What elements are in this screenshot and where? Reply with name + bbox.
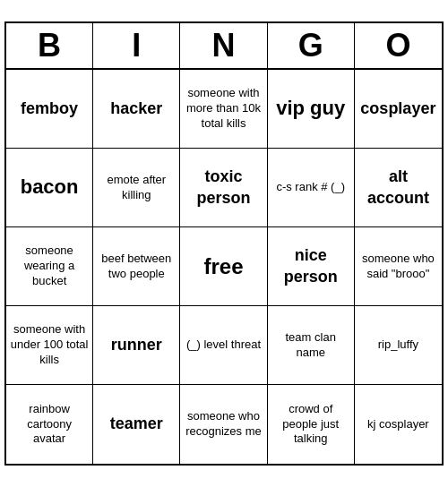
- bingo-cell-2[interactable]: someone with more than 10k total kills: [180, 70, 267, 149]
- bingo-cell-3[interactable]: vip guy: [268, 70, 355, 149]
- bingo-cell-10[interactable]: someone wearing a bucket: [6, 227, 93, 306]
- bingo-cell-9[interactable]: alt account: [355, 149, 442, 227]
- bingo-header: B I N G O: [6, 23, 442, 70]
- header-i: I: [93, 23, 180, 68]
- bingo-cell-0[interactable]: femboy: [6, 70, 93, 149]
- bingo-cell-18[interactable]: team clan name: [268, 306, 355, 385]
- bingo-cell-16[interactable]: runner: [93, 306, 180, 385]
- bingo-cell-13[interactable]: nice person: [268, 227, 355, 306]
- bingo-grid: femboyhackersomeone with more than 10k t…: [6, 70, 442, 464]
- header-o: O: [355, 23, 442, 68]
- bingo-cell-21[interactable]: teamer: [93, 385, 180, 464]
- bingo-cell-11[interactable]: beef between two people: [93, 227, 180, 306]
- bingo-cell-22[interactable]: someone who recognizes me: [180, 385, 267, 464]
- bingo-cell-1[interactable]: hacker: [93, 70, 180, 149]
- bingo-cell-8[interactable]: c-s rank # (_): [268, 149, 355, 227]
- bingo-cell-14[interactable]: someone who said "brooo": [355, 227, 442, 306]
- header-n: N: [180, 23, 267, 68]
- bingo-cell-4[interactable]: cosplayer: [355, 70, 442, 149]
- bingo-cell-5[interactable]: bacon: [6, 149, 93, 227]
- bingo-cell-17[interactable]: (_) level threat: [180, 306, 267, 385]
- bingo-cell-20[interactable]: rainbow cartoony avatar: [6, 385, 93, 464]
- bingo-cell-19[interactable]: rip_luffy: [355, 306, 442, 385]
- header-g: G: [268, 23, 355, 68]
- bingo-cell-7[interactable]: toxic person: [180, 149, 267, 227]
- bingo-cell-12[interactable]: free: [180, 227, 267, 306]
- header-b: B: [6, 23, 93, 68]
- bingo-cell-6[interactable]: emote after killing: [93, 149, 180, 227]
- bingo-cell-23[interactable]: crowd of people just talking: [268, 385, 355, 464]
- bingo-card: B I N G O femboyhackersomeone with more …: [4, 21, 444, 466]
- bingo-cell-15[interactable]: someone with under 100 total kills: [6, 306, 93, 385]
- bingo-cell-24[interactable]: kj cosplayer: [355, 385, 442, 464]
